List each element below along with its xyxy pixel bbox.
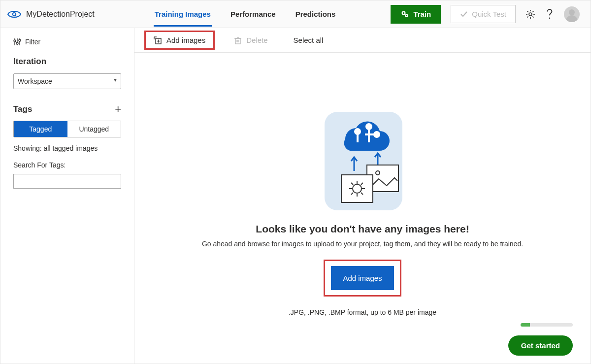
project-title: MyDetectionProject [26, 10, 95, 19]
add-images-highlight: Add images [324, 260, 401, 297]
get-started-button[interactable]: Get started [508, 335, 573, 356]
tab-predictions[interactable]: Predictions [295, 1, 337, 27]
delete-tool-label: Delete [246, 36, 267, 44]
trash-icon [234, 36, 241, 44]
svg-line-6 [527, 11, 528, 12]
tag-filter-toggle: Tagged Untagged [13, 121, 121, 137]
empty-description: Go ahead and browse for images to upload… [202, 240, 523, 248]
iteration-value: Workspace [18, 77, 52, 85]
svg-point-1 [529, 13, 532, 16]
check-icon [460, 10, 468, 18]
svg-point-12 [14, 40, 16, 42]
add-images-button[interactable]: Add images [331, 266, 394, 290]
train-button-label: Train [413, 10, 431, 18]
svg-point-29 [355, 129, 360, 134]
svg-point-33 [374, 132, 379, 137]
svg-line-8 [527, 16, 528, 17]
empty-illustration-icon [316, 112, 409, 210]
eye-logo-icon [7, 10, 21, 19]
delete-tool: Delete [229, 33, 273, 47]
select-all-label: Select all [294, 36, 324, 44]
gears-icon [400, 10, 409, 19]
brand: MyDetectionProject [7, 10, 95, 19]
svg-point-31 [366, 124, 371, 129]
tags-heading: Tags [13, 104, 32, 114]
add-image-icon [154, 36, 162, 44]
iteration-heading: Iteration [13, 57, 121, 66]
svg-line-7 [532, 16, 533, 17]
quick-test-label: Quick Test [472, 10, 506, 18]
onboarding-progress [521, 323, 573, 327]
empty-title: Looks like you don't have any images her… [256, 223, 469, 235]
sidebar: Filter Iteration Workspace Tags + Tagged… [0, 28, 134, 364]
add-images-tool-label: Add images [166, 36, 205, 44]
bottom-right-area: Get started [508, 323, 573, 356]
main-content: Add images Delete Select all [134, 28, 591, 364]
gear-icon[interactable] [525, 9, 535, 19]
search-tags-label: Search For Tags: [13, 161, 121, 169]
svg-rect-39 [341, 175, 373, 202]
header-actions: Train Quick Test [391, 5, 580, 24]
add-images-tool[interactable]: Add images [144, 31, 215, 50]
search-tags-input[interactable] [13, 174, 121, 189]
svg-line-9 [532, 11, 533, 12]
main-tabs: Training Images Performance Predictions [154, 1, 337, 27]
svg-point-10 [549, 17, 551, 19]
app-header: MyDetectionProject Training Images Perfo… [0, 0, 591, 28]
tags-heading-row: Tags + [13, 104, 121, 115]
sliders-icon [13, 38, 21, 46]
help-icon[interactable] [545, 9, 554, 20]
add-tag-icon[interactable]: + [115, 104, 121, 115]
tagged-toggle[interactable]: Tagged [14, 121, 67, 137]
untagged-toggle[interactable]: Untagged [67, 121, 121, 137]
svg-point-16 [19, 39, 21, 41]
filter-toggle[interactable]: Filter [13, 38, 121, 46]
svg-point-14 [16, 42, 18, 44]
app-body: Filter Iteration Workspace Tags + Tagged… [0, 28, 591, 364]
showing-label: Showing: all tagged images [13, 144, 121, 152]
image-toolbar: Add images Delete Select all [134, 28, 591, 53]
tab-training-images[interactable]: Training Images [154, 1, 212, 27]
quick-test-button: Quick Test [451, 5, 516, 23]
filter-label: Filter [25, 38, 40, 46]
iteration-select[interactable]: Workspace [13, 73, 121, 89]
train-button[interactable]: Train [391, 5, 441, 24]
svg-point-0 [13, 12, 16, 15]
empty-state: Looks like you don't have any images her… [134, 53, 591, 316]
onboarding-progress-fill [521, 323, 530, 327]
select-all-tool[interactable]: Select all [288, 33, 329, 47]
tab-performance[interactable]: Performance [230, 1, 277, 27]
user-avatar[interactable] [564, 6, 580, 22]
format-hint: .JPG, .PNG, .BMP format, up to 6 MB per … [289, 308, 436, 316]
